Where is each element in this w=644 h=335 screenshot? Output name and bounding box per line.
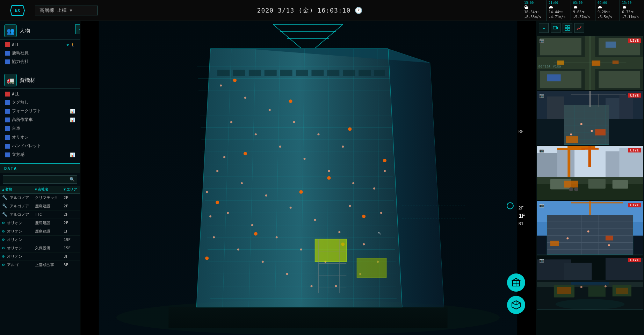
svg-rect-127 — [553, 26, 557, 29]
col-name[interactable]: ▲名前 — [0, 186, 33, 194]
people-filter-kajima[interactable]: 鹿島社員 — [3, 49, 77, 57]
svg-rect-131 — [565, 28, 567, 30]
camera-feed-3[interactable]: LIVE 📷 — [537, 146, 643, 200]
svg-point-59 — [317, 133, 319, 135]
building-selector[interactable]: 高層棟 上棟 ▼ — [35, 6, 98, 15]
camera-number-4: 📷 — [539, 203, 544, 208]
camera-number-5: 📷 — [539, 258, 544, 263]
equip-filter-orion[interactable]: オリオン — [3, 133, 77, 142]
svg-point-99 — [216, 201, 219, 204]
svg-line-126 — [516, 303, 520, 305]
svg-rect-143 — [592, 60, 600, 66]
building-view-button[interactable] — [507, 273, 525, 292]
svg-rect-44 — [359, 70, 371, 76]
table-row[interactable]: ⚙ アルゴ 上溝成己事 3F — [0, 261, 80, 269]
equip-elevated-dot — [5, 117, 10, 122]
svg-point-66 — [352, 182, 354, 184]
svg-point-70 — [290, 207, 292, 209]
equip-filter-cart[interactable]: 台車 — [3, 124, 77, 133]
weather-block-3: 09:00 🌧 9.28℃↗6.5m/s — [595, 0, 620, 21]
svg-line-125 — [512, 303, 516, 305]
svg-point-88 — [384, 170, 386, 172]
data-header: DATA — [0, 164, 80, 173]
camera-feed-4[interactable]: LIVE 📷 — [537, 201, 643, 255]
svg-point-63 — [279, 145, 281, 148]
svg-point-224 — [605, 285, 607, 287]
table-row[interactable]: ⚙ オリオン 久保設備 15F — [0, 244, 80, 252]
3d-cube-button[interactable] — [507, 296, 525, 314]
col-area[interactable]: ▼エリア — [61, 186, 80, 194]
chart-button[interactable] — [574, 23, 584, 33]
right-panel-forward-button[interactable]: » — [539, 23, 549, 33]
svg-rect-175 — [557, 150, 574, 177]
svg-rect-178 — [567, 146, 570, 177]
svg-rect-107 — [357, 258, 386, 277]
svg-text:↖: ↖ — [378, 229, 382, 236]
svg-rect-4 — [168, 307, 447, 328]
table-row[interactable]: ⚙ オリオン 3F — [0, 252, 80, 261]
search-icon[interactable]: 🔍 — [67, 176, 77, 183]
camera-number-2: 📷 — [539, 93, 544, 98]
svg-rect-187 — [613, 180, 628, 189]
svg-point-93 — [209, 215, 211, 218]
svg-rect-221 — [616, 288, 628, 294]
equip-filter-forklift[interactable]: フォークリフト 📊 — [3, 107, 77, 115]
camera-feed-5[interactable]: LIVE 📷 — [537, 256, 643, 310]
svg-rect-220 — [557, 287, 571, 294]
table-row[interactable]: 🔧 アルゴノア 鹿島建設 2F — [0, 202, 80, 211]
data-search[interactable]: 🔍 — [3, 175, 77, 184]
svg-point-79 — [213, 236, 215, 238]
table-row[interactable]: 🔧 アルゴノア クリマテック 2F — [0, 194, 80, 202]
people-filter-all[interactable]: ALL ❤🚶 — [3, 41, 77, 49]
sidebar-collapse-button[interactable]: « — [75, 24, 80, 34]
svg-point-61 — [230, 121, 232, 123]
data-search-input[interactable] — [3, 176, 67, 183]
svg-point-98 — [327, 176, 331, 180]
equip-filter-handpallet[interactable]: ハンドパレット — [3, 142, 77, 150]
svg-point-208 — [566, 237, 569, 240]
people-section-content: ALL ❤🚶 鹿島社員 協力会社 — [0, 40, 80, 67]
table-row[interactable]: 🔧 アルゴノア TTC 2F — [0, 211, 80, 219]
history-icon[interactable]: 🕐 — [355, 7, 362, 14]
svg-rect-146 — [547, 74, 560, 81]
svg-point-71 — [314, 219, 316, 221]
svg-point-209 — [587, 230, 589, 233]
svg-point-67 — [216, 170, 218, 172]
svg-rect-188 — [564, 181, 578, 188]
equip-filter-notag[interactable]: タグ無し — [3, 98, 77, 107]
chevron-down-icon: ▼ — [70, 8, 72, 13]
building-svg: ↖ — [80, 21, 536, 335]
camera-feed-2[interactable]: LIVE 📷 — [537, 91, 643, 145]
data-table: ▲名前 ▼会社名 ▼エリア 🔧 アルゴノア クリマテック 2F 🔧 アルゴノア … — [0, 186, 80, 269]
svg-rect-168 — [595, 129, 606, 136]
svg-rect-106 — [315, 239, 346, 262]
svg-rect-38 — [265, 70, 277, 76]
svg-rect-194 — [547, 215, 633, 255]
table-row[interactable]: ⚙ オリオン 鹿島建設 2F — [0, 219, 80, 227]
svg-point-96 — [348, 127, 352, 131]
svg-point-72 — [338, 231, 340, 233]
svg-point-104 — [205, 257, 209, 260]
people-filter-partners[interactable]: 協力会社 — [3, 57, 77, 66]
camera-view-button[interactable] — [551, 23, 560, 33]
equip-notag-dot — [5, 100, 10, 105]
camera-number-3: 📷 — [539, 148, 544, 153]
floor-2f: 2F — [519, 205, 523, 212]
svg-rect-41 — [311, 70, 324, 76]
svg-point-82 — [286, 273, 288, 275]
col-company[interactable]: ▼会社名 — [33, 186, 61, 194]
equip-filter-elevated[interactable]: 高所作業車 📊 — [3, 115, 77, 124]
svg-point-77 — [300, 249, 302, 251]
camera-feed-1[interactable]: aerial view LIVE 📷 — [537, 36, 643, 90]
svg-point-81 — [262, 261, 264, 263]
table-row[interactable]: ⚙ オリオン 19F — [0, 236, 80, 244]
main-3d-view[interactable]: ↖ RF 2F 1F B1 — [80, 21, 536, 335]
svg-point-189 — [569, 187, 573, 191]
floor-labels: RF 2F 1F B1 — [519, 128, 525, 227]
all-color-dot — [5, 42, 10, 47]
equip-filter-all[interactable]: ALL — [3, 90, 77, 98]
svg-rect-45 — [374, 70, 385, 76]
grid-view-button[interactable] — [563, 23, 572, 33]
table-row[interactable]: ⚙ オリオン 鹿島建設 1F — [0, 227, 80, 236]
equip-filter-cube[interactable]: 立方感 📊 — [3, 150, 77, 159]
